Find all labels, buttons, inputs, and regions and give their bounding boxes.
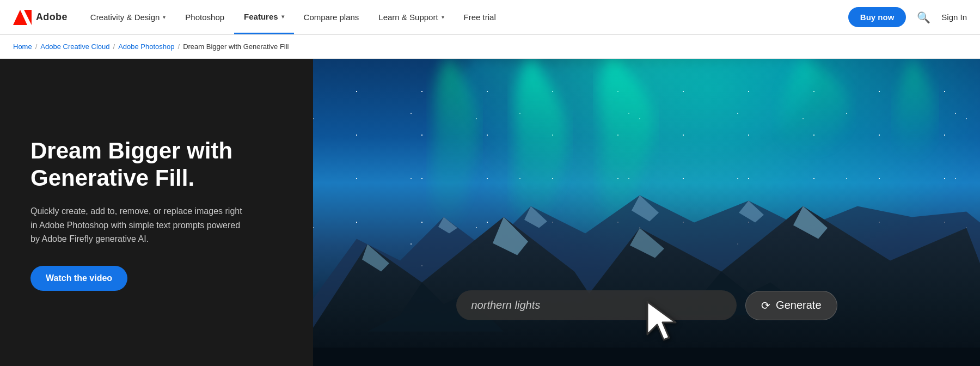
gen-fill-input[interactable]: northern lights: [456, 290, 737, 320]
svg-marker-0: [13, 10, 27, 25]
generate-button[interactable]: ⟳ Generate: [745, 291, 837, 320]
hero-description: Quickly create, add to, remove, or repla…: [30, 204, 248, 246]
nav-item-compare-plans[interactable]: Compare plans: [294, 0, 369, 34]
signin-link[interactable]: Sign In: [941, 13, 967, 22]
chevron-down-icon: ▾: [163, 14, 166, 20]
nav-item-creativity-design[interactable]: Creativity & Design ▾: [81, 0, 176, 34]
breadcrumb-creative-cloud[interactable]: Adobe Creative Cloud: [40, 42, 109, 51]
nav-item-free-trial[interactable]: Free trial: [454, 0, 506, 34]
breadcrumb: Home / Adobe Creative Cloud / Adobe Phot…: [0, 35, 980, 59]
watch-video-button[interactable]: Watch the video: [30, 266, 127, 291]
hero-right-panel: northern lights ⟳ Generate: [313, 59, 980, 366]
nav-right: Buy now 🔍 Sign In: [848, 7, 967, 27]
hero-section: Dream Bigger with Generative Fill. Quick…: [0, 59, 980, 366]
generate-label: Generate: [776, 299, 821, 312]
breadcrumb-current: Dream Bigger with Generative Fill: [183, 42, 289, 51]
gen-fill-placeholder: northern lights: [471, 299, 541, 312]
breadcrumb-photoshop[interactable]: Adobe Photoshop: [118, 42, 174, 51]
breadcrumb-separator: /: [178, 42, 180, 51]
adobe-logo[interactable]: Adobe: [13, 10, 68, 25]
hero-title: Dream Bigger with Generative Fill.: [30, 137, 283, 191]
navbar: Adobe Creativity & Design ▾ Photoshop Fe…: [0, 0, 980, 35]
adobe-wordmark: Adobe: [36, 11, 68, 23]
svg-rect-2: [313, 347, 980, 366]
buy-now-button[interactable]: Buy now: [848, 7, 906, 27]
generate-icon: ⟳: [761, 299, 770, 312]
search-icon[interactable]: 🔍: [917, 11, 930, 24]
chevron-down-icon: ▾: [281, 14, 284, 20]
adobe-logo-icon: [13, 10, 32, 25]
nav-item-photoshop[interactable]: Photoshop: [175, 0, 234, 34]
breadcrumb-separator: /: [35, 42, 38, 51]
nav-item-learn-support[interactable]: Learn & Support ▾: [369, 0, 454, 34]
hero-left-panel: Dream Bigger with Generative Fill. Quick…: [0, 59, 313, 366]
nav-items: Creativity & Design ▾ Photoshop Features…: [81, 0, 848, 34]
chevron-down-icon: ▾: [442, 14, 444, 20]
nav-item-features[interactable]: Features ▾: [234, 0, 294, 34]
mountains-silhouette: [313, 168, 980, 367]
breadcrumb-home[interactable]: Home: [13, 42, 32, 51]
generative-fill-overlay: northern lights ⟳ Generate: [456, 290, 837, 320]
breadcrumb-separator: /: [113, 42, 115, 51]
